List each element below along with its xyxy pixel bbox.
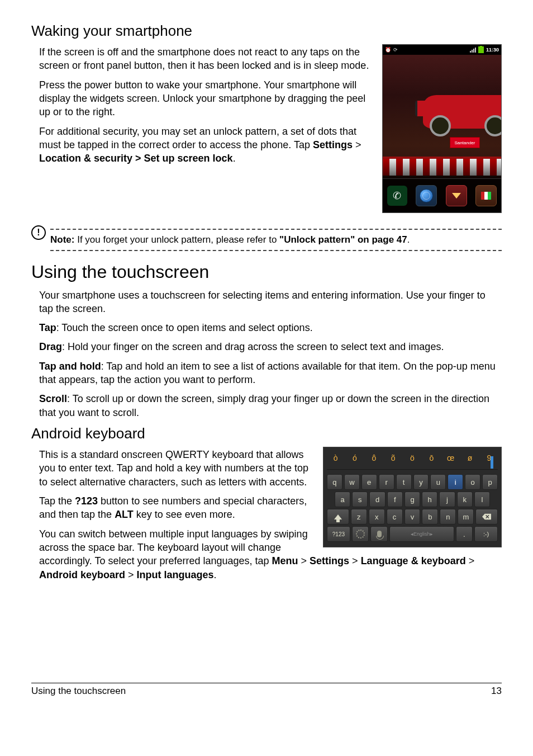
kbd-alt-key: ō bbox=[423, 452, 440, 464]
footer-title: Using the touchscreen bbox=[31, 686, 126, 697]
shift-key-icon bbox=[327, 509, 349, 525]
symbols-key: ?123 bbox=[327, 526, 350, 542]
battery-icon bbox=[478, 46, 484, 53]
note-text: Note: If you forget your unlock pattern,… bbox=[50, 232, 502, 248]
period-key: . bbox=[456, 526, 473, 542]
kbd-key: d bbox=[369, 492, 385, 507]
kbd-alt-key: ô bbox=[365, 452, 383, 464]
kbd-key: u bbox=[430, 474, 446, 490]
emoji-key: :-) bbox=[474, 526, 498, 542]
kbd-key: l bbox=[474, 492, 490, 507]
kbd-alt-key: ò bbox=[327, 452, 344, 464]
kbd-key: j bbox=[439, 492, 455, 507]
status-bar: ⏰ ⟳ 11:30 bbox=[383, 45, 501, 55]
heading-touchscreen: Using the touchscreen bbox=[31, 261, 502, 282]
heading-waking: Waking your smartphone bbox=[31, 22, 502, 40]
kbd-key: p bbox=[482, 474, 498, 490]
lock-screen-illustration: ⏰ ⟳ 11:30 Santander ✆ bbox=[382, 44, 502, 213]
kbd-key: g bbox=[404, 492, 420, 507]
kbd-key: x bbox=[369, 509, 385, 525]
kbd-alt-key: œ bbox=[442, 452, 459, 464]
para-scroll: Scroll: To scroll up or down the screen,… bbox=[39, 392, 502, 419]
apps-icon bbox=[475, 185, 497, 206]
kbd-alt-key: ó bbox=[346, 452, 363, 464]
dashed-line-bottom bbox=[50, 250, 502, 251]
para-drag: Drag: Hold your finger on the screen and… bbox=[39, 340, 502, 353]
kbd-key-highlighted: i bbox=[448, 474, 463, 490]
status-time: 11:30 bbox=[486, 47, 499, 53]
kbd-key: c bbox=[387, 509, 403, 525]
alarm-icon: ⏰ bbox=[385, 47, 391, 53]
kbd-key: w bbox=[344, 474, 360, 490]
page-footer: Using the touchscreen 13 bbox=[31, 683, 502, 697]
banner-label: Santander bbox=[450, 137, 480, 148]
kbd-key: b bbox=[422, 509, 438, 525]
kbd-key: y bbox=[413, 474, 429, 490]
kbd-row-3: z x c v b n m bbox=[327, 509, 498, 525]
kbd-key: q bbox=[327, 474, 342, 490]
kbd-key: a bbox=[335, 492, 350, 507]
sync-icon: ⟳ bbox=[393, 47, 398, 53]
phone-icon: ✆ bbox=[387, 186, 407, 206]
para-taphold: Tap and hold: Tap and hold an item to se… bbox=[39, 360, 502, 387]
keyboard-illustration: ò ó ô õ ö ō œ ø 9 q w e r t y u i o p a … bbox=[323, 447, 502, 547]
para-ts-intro: Your smartphone uses a touchscreen for s… bbox=[39, 289, 502, 316]
kbd-key: f bbox=[387, 492, 403, 507]
kbd-key: h bbox=[422, 492, 437, 507]
dock: ✆ bbox=[383, 178, 501, 212]
dashed-line-top bbox=[50, 229, 502, 230]
kbd-alt-key: ø bbox=[461, 452, 478, 464]
kbd-key: o bbox=[465, 474, 480, 490]
kbd-key: t bbox=[396, 474, 412, 490]
kbd-key: m bbox=[458, 509, 474, 525]
kbd-key: n bbox=[440, 509, 456, 525]
page-number: 13 bbox=[491, 686, 502, 697]
kbd-alt-key: õ bbox=[384, 452, 402, 464]
kbd-row-1: q w e r t y u i o p bbox=[327, 474, 498, 490]
signal-icon bbox=[470, 47, 476, 53]
mic-key-icon bbox=[370, 526, 387, 542]
kbd-alt-key: 9 bbox=[480, 452, 498, 464]
backspace-key-icon bbox=[475, 509, 498, 525]
kbd-key: e bbox=[361, 474, 377, 490]
note-block: ! Note: If you forget your unlock patter… bbox=[31, 229, 502, 251]
kbd-alt-row: ò ó ô õ ö ō œ ø 9 bbox=[327, 452, 498, 464]
para-tap: Tap: Touch the screen once to open items… bbox=[39, 321, 502, 334]
kbd-key: z bbox=[351, 509, 367, 525]
browser-icon bbox=[416, 185, 437, 206]
attention-icon: ! bbox=[31, 225, 46, 240]
kbd-key: k bbox=[457, 492, 473, 507]
space-key: ◂ English ▸ bbox=[389, 526, 454, 542]
settings-key-icon bbox=[352, 526, 369, 542]
kbd-row-2: a s d f g h j k l bbox=[327, 492, 498, 507]
kbd-alt-key: ö bbox=[403, 452, 421, 464]
heading-android-keyboard: Android keyboard bbox=[31, 425, 502, 442]
kbd-row-4: ?123 ◂ English ▸ . :-) bbox=[327, 526, 498, 542]
cursor-icon bbox=[491, 456, 493, 469]
kbd-key: r bbox=[379, 474, 394, 490]
kbd-key: s bbox=[352, 492, 368, 507]
kbd-key: v bbox=[404, 509, 421, 525]
menu-icon bbox=[446, 185, 467, 206]
car-illustration bbox=[423, 95, 502, 129]
